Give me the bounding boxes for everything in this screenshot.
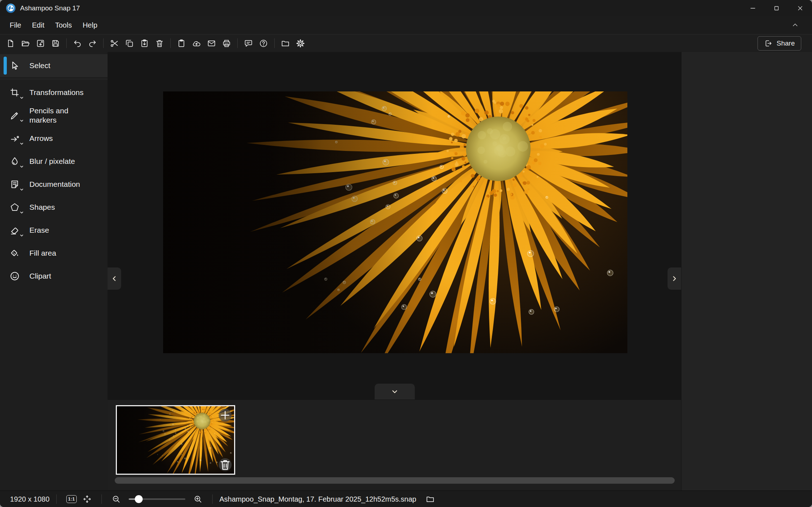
status-bar: 1920 x 1080 1:1 Ashampoo_Snap_Montag, 17…: [0, 491, 812, 507]
zoom-slider[interactable]: [129, 495, 185, 503]
move-icon: [82, 494, 92, 504]
sidebar-item-label: Fill area: [29, 248, 56, 258]
menu-file[interactable]: File: [4, 19, 27, 32]
feedback-icon: [244, 39, 253, 48]
submenu-indicator: [19, 95, 24, 100]
close-button[interactable]: [788, 0, 812, 16]
sidebar-item-fill-area[interactable]: Fill area: [0, 242, 108, 265]
undo-button[interactable]: [70, 36, 85, 51]
drop-icon: [9, 156, 20, 167]
submenu-indicator: [19, 164, 24, 169]
zoom-out-icon: [111, 494, 121, 504]
help-button[interactable]: [256, 36, 271, 51]
maximize-button[interactable]: [765, 0, 788, 16]
sidebar-icon-wrap: [9, 179, 20, 190]
pentagon-icon: [9, 202, 20, 213]
sidebar-icon-wrap: [9, 202, 20, 213]
statusbar-separator: [101, 494, 102, 504]
app-logo-icon: [6, 3, 16, 13]
chevron-right-icon: [670, 275, 678, 283]
menu-edit[interactable]: Edit: [27, 19, 49, 32]
upload-to-cloud-button[interactable]: [189, 36, 204, 51]
chevron-down-icon: [19, 187, 24, 192]
feedback-button[interactable]: [241, 36, 256, 51]
cut-icon: [110, 39, 119, 48]
panel-expand-left-button[interactable]: [108, 267, 121, 290]
redo-button[interactable]: [85, 36, 100, 51]
panel-expand-right-button[interactable]: [668, 267, 681, 290]
open-file-location-button[interactable]: [423, 493, 438, 506]
paste-button[interactable]: [137, 36, 152, 51]
zoom-in-button[interactable]: [190, 493, 205, 506]
sidebar-icon-wrap: [9, 60, 20, 71]
open-containing-folder-button[interactable]: [278, 36, 293, 51]
sidebar-item-clipart[interactable]: Clipart: [0, 265, 108, 288]
chevron-down-icon: [391, 388, 399, 395]
canvas-image[interactable]: [163, 91, 627, 353]
sidebar-item-documentation[interactable]: Documentation: [0, 173, 108, 196]
sidebar-item-erase[interactable]: Erase: [0, 219, 108, 242]
title-bar: Ashampoo Snap 17: [0, 0, 812, 16]
sidebar-icon-wrap: [9, 271, 20, 281]
statusbar-separator: [212, 494, 213, 504]
share-button[interactable]: Share: [758, 36, 801, 51]
copy-to-clipboard-button[interactable]: [174, 36, 189, 51]
sidebar-icon-wrap: [9, 156, 20, 167]
document-note-icon: [9, 179, 20, 190]
share-export-icon: [764, 39, 773, 48]
sidebar-item-blur-pixelate[interactable]: Blur / pixelate: [0, 150, 108, 173]
toolbar-separator: [103, 38, 104, 48]
editor-canvas[interactable]: [108, 52, 681, 399]
window-title: Ashampoo Snap 17: [20, 4, 80, 12]
chevron-down-icon: [19, 210, 24, 215]
collapse-ribbon-button[interactable]: [790, 20, 801, 30]
pan-tool-button[interactable]: [80, 493, 95, 506]
one-to-one-icon: 1:1: [66, 495, 77, 503]
win-close-icon: [797, 5, 804, 12]
smiley-icon: [9, 271, 20, 281]
zoom-slider-knob[interactable]: [135, 495, 143, 503]
panel-expand-bottom-button[interactable]: [375, 384, 415, 399]
center-column: [108, 52, 681, 491]
import-image-icon: [36, 39, 45, 48]
share-label: Share: [777, 39, 795, 47]
zoom-slider-track: [139, 498, 185, 500]
sidebar-item-pencils-and-markers[interactable]: Pencils and markers: [0, 104, 108, 127]
send-by-e-mail-button[interactable]: [204, 36, 219, 51]
sidebar-item-arrows[interactable]: Arrows: [0, 127, 108, 150]
menu-tools[interactable]: Tools: [50, 19, 77, 32]
sidebar-item-shapes[interactable]: Shapes: [0, 196, 108, 219]
cloud-upload-icon: [192, 39, 201, 48]
new-button[interactable]: [3, 36, 18, 51]
delete-button[interactable]: [152, 36, 167, 51]
import-image-button[interactable]: [33, 36, 48, 51]
chevron-down-icon: [19, 95, 24, 100]
toolbar-separator: [170, 38, 171, 48]
cut-button[interactable]: [107, 36, 122, 51]
copy-button[interactable]: [122, 36, 137, 51]
sidebar-icon-wrap: [9, 248, 20, 259]
settings-button[interactable]: [293, 36, 308, 51]
filename-label: Ashampoo_Snap_Montag, 17. Februar 2025_1…: [219, 495, 416, 503]
clipboard-icon: [177, 39, 186, 48]
sidebar-item-label: Select: [29, 61, 50, 70]
trash-icon: [155, 39, 164, 48]
fill-bucket-icon: [9, 248, 20, 259]
menu-help[interactable]: Help: [77, 19, 103, 32]
filmstrip-scrollbar[interactable]: [115, 477, 675, 484]
print-button[interactable]: [219, 36, 234, 51]
cursor-icon: [9, 60, 20, 71]
sidebar-item-select[interactable]: Select: [0, 54, 108, 77]
chevron-up-icon: [791, 21, 799, 29]
save-button[interactable]: [48, 36, 63, 51]
zoom-out-button[interactable]: [109, 493, 124, 506]
toolbar-separator: [274, 38, 275, 48]
thumbnail-add-button[interactable]: [219, 409, 232, 422]
sidebar-item-transformations[interactable]: Transformations: [0, 81, 108, 104]
submenu-indicator: [19, 210, 24, 215]
minimize-button[interactable]: [741, 0, 765, 16]
capture-thumbnail[interactable]: [116, 405, 235, 475]
thumbnail-delete-button[interactable]: [219, 458, 232, 471]
open-button[interactable]: [18, 36, 33, 51]
zoom-one-to-one-button[interactable]: 1:1: [63, 493, 80, 506]
